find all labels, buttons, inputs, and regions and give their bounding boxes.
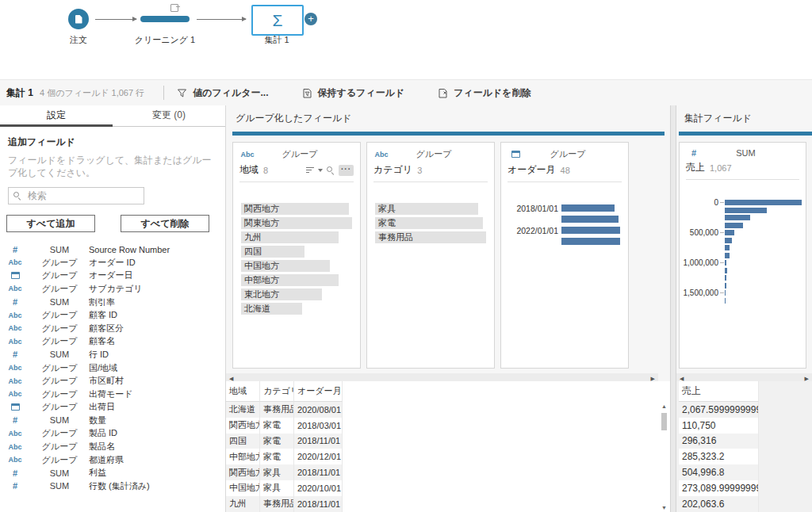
keep-fields-button[interactable]: 保持するフィールド: [302, 86, 405, 100]
table-cell[interactable]: 504,996.8: [679, 464, 759, 480]
table-cell[interactable]: 中部地方: [226, 449, 260, 464]
table-cell[interactable]: 家電: [260, 434, 294, 449]
table-cell[interactable]: 110,750: [679, 418, 759, 434]
histogram-bar[interactable]: [725, 283, 726, 288]
scrollbar-thumb[interactable]: [661, 413, 667, 430]
field-row[interactable]: #SUM行数 (集計済み): [0, 480, 225, 493]
table-cell[interactable]: 2018/03/01: [294, 418, 343, 434]
column-header[interactable]: カテゴリ: [260, 381, 294, 402]
value-bar[interactable]: 四国: [241, 246, 304, 258]
field-row[interactable]: Abcグループ顧客 ID: [0, 308, 225, 322]
table-cell[interactable]: 2020/12/01: [294, 449, 343, 464]
group-field-card[interactable]: グループオーダー月482018/01/012022/01/01: [500, 142, 629, 369]
table-cell[interactable]: 家具: [260, 480, 294, 496]
histogram-bar[interactable]: [725, 298, 726, 304]
filter-values-button[interactable]: 値のフィルター...: [177, 86, 268, 100]
search-icon[interactable]: [327, 166, 335, 174]
histogram-bar[interactable]: [561, 238, 620, 245]
table-row[interactable]: 273,089.9999999999: [679, 480, 759, 496]
table-row[interactable]: 四国家電2018/11/01: [226, 434, 670, 449]
table-cell[interactable]: 2,067.59999999999: [679, 402, 759, 418]
vertical-scrollbar[interactable]: ▲ ▼: [659, 402, 669, 512]
table-cell[interactable]: 四国: [226, 434, 260, 449]
table-cell[interactable]: 2018/11/01: [294, 496, 343, 512]
histogram-bar[interactable]: [725, 253, 730, 258]
value-bar[interactable]: 中部地方: [241, 274, 339, 286]
table-cell[interactable]: 2020/10/01: [294, 480, 343, 496]
histogram-bar[interactable]: [725, 230, 734, 235]
tab-settings[interactable]: 設定: [0, 105, 113, 127]
value-bar[interactable]: 事務用品: [375, 231, 486, 243]
group-field-card[interactable]: Abcグループカテゴリ3家具家電事務用品: [366, 142, 495, 369]
histogram-bar[interactable]: [725, 268, 727, 273]
table-cell[interactable]: 202,063.6: [679, 496, 759, 512]
tab-changes[interactable]: 変更 (0): [113, 105, 225, 127]
table-cell[interactable]: 家電: [260, 449, 294, 464]
table-cell[interactable]: 2018/11/01: [294, 434, 343, 449]
remove-all-button[interactable]: すべて削除: [121, 215, 209, 232]
field-row[interactable]: Abcグループ国/地域: [0, 361, 225, 375]
table-cell[interactable]: 家電: [260, 418, 294, 434]
histogram-bar[interactable]: [725, 238, 732, 243]
aggregate-field-card[interactable]: # SUM 売上 1,067 0500,0001,000,0001,500,00…: [679, 142, 806, 369]
table-row[interactable]: 関西地方家具2018/11/01: [226, 464, 670, 480]
table-cell[interactable]: 関西地方: [226, 418, 260, 434]
histogram-bar[interactable]: [725, 223, 743, 228]
table-cell[interactable]: 事務用品: [260, 402, 294, 418]
table-cell[interactable]: 関西地方: [226, 464, 260, 480]
search-box[interactable]: [8, 187, 144, 204]
value-bar[interactable]: 中国地方: [241, 260, 330, 272]
field-row[interactable]: Abcグループ製品 ID: [0, 427, 225, 441]
histogram-bar[interactable]: [725, 245, 730, 250]
table-row[interactable]: 202,063.6: [679, 496, 759, 512]
column-header[interactable]: 地域: [226, 381, 260, 402]
group-field-card[interactable]: Abcグループ地域8···関西地方関東地方九州四国中国地方中部地方東北地方北海道: [232, 142, 361, 369]
value-bar[interactable]: 家具: [375, 203, 478, 215]
field-row[interactable]: Abcグループ市区町村: [0, 374, 225, 388]
table-cell[interactable]: 273,089.9999999999: [679, 480, 759, 496]
scroll-down-icon[interactable]: ▼: [661, 505, 667, 510]
table-cell[interactable]: 2018/11/01: [294, 464, 343, 480]
remove-fields-button[interactable]: フィールドを削除: [438, 86, 530, 100]
table-row[interactable]: 2,067.59999999999: [679, 402, 759, 418]
field-row[interactable]: Abcグループオーダー ID: [0, 256, 225, 269]
flow-node-aggregate[interactable]: Σ: [251, 5, 304, 36]
field-row[interactable]: Abcグループ顧客名: [0, 335, 225, 349]
table-cell[interactable]: 北海道: [226, 402, 260, 418]
sort-icon[interactable]: [306, 167, 314, 174]
field-row[interactable]: #SUM行 ID: [0, 348, 225, 361]
field-row[interactable]: グループ出荷日: [0, 401, 225, 415]
histogram-bar[interactable]: [725, 290, 726, 296]
table-row[interactable]: 関西地方家電2018/03/01: [226, 418, 670, 434]
value-bar[interactable]: 関西地方: [241, 203, 349, 215]
table-cell[interactable]: 中国地方: [226, 480, 260, 496]
table-cell[interactable]: 2020/08/01: [294, 402, 343, 418]
table-cell[interactable]: 285,323.2: [679, 449, 759, 464]
table-cell[interactable]: 九州: [226, 496, 260, 512]
value-bar[interactable]: 九州: [241, 231, 339, 243]
flow-node-clean[interactable]: [140, 16, 190, 22]
field-row[interactable]: #SUM数量: [0, 414, 225, 427]
chevron-down-icon[interactable]: [318, 169, 323, 172]
histogram-bar[interactable]: [725, 215, 750, 220]
histogram-bar[interactable]: [725, 208, 767, 213]
field-row[interactable]: Abcグループ都道府県: [0, 453, 225, 467]
field-row[interactable]: #SUM利益: [0, 466, 225, 480]
histogram-bar[interactable]: [561, 204, 615, 212]
field-row[interactable]: Abcグループ顧客区分: [0, 322, 225, 335]
field-row[interactable]: Abcグループサブカテゴリ: [0, 282, 225, 296]
table-cell[interactable]: 事務用品: [260, 496, 294, 512]
table-row[interactable]: 九州事務用品2018/11/01: [226, 496, 670, 512]
value-bar[interactable]: 関東地方: [241, 217, 352, 229]
table-row[interactable]: 285,323.2: [679, 449, 759, 464]
histogram-bar[interactable]: [725, 260, 726, 266]
table-row[interactable]: 296,316: [679, 434, 759, 449]
flow-node-input[interactable]: [68, 9, 89, 29]
table-cell[interactable]: 296,316: [679, 434, 759, 449]
add-step-button[interactable]: +: [304, 13, 317, 25]
table-row[interactable]: 110,750: [679, 418, 759, 434]
field-row[interactable]: グループオーダー日: [0, 269, 225, 283]
histogram-bar[interactable]: [725, 200, 802, 205]
value-bar[interactable]: 北海道: [241, 303, 302, 315]
histogram-bar[interactable]: [561, 216, 619, 223]
